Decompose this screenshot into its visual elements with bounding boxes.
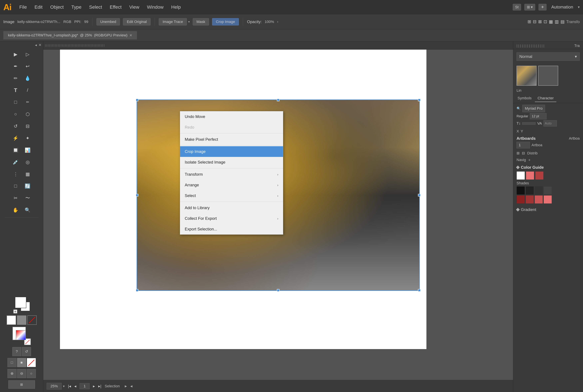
brush-tool[interactable]: ✏ [10, 72, 21, 84]
swatch-red[interactable] [526, 172, 534, 180]
ctx-isolate-selected[interactable]: Isolate Selected Image [180, 157, 283, 168]
rectangle-tool[interactable]: □ [10, 96, 21, 108]
artboard-number-input[interactable] [516, 142, 530, 148]
main-thumbnail[interactable] [516, 66, 536, 86]
automation-menu[interactable]: Automation [550, 4, 574, 10]
data-viz-tool[interactable]: ▦ [22, 168, 33, 180]
live-paint-tool[interactable]: ⋮ [10, 168, 21, 180]
ellipse-tool[interactable]: ○ [10, 108, 21, 120]
stroke-indicator[interactable] [17, 316, 26, 325]
menu-file[interactable]: File [18, 4, 28, 10]
fill-color-box[interactable] [15, 297, 26, 308]
artboard-tool[interactable]: 🔄 [22, 180, 33, 192]
add-icon[interactable]: ＋ [527, 158, 531, 162]
ctx-transform[interactable]: Transform › [180, 169, 283, 180]
secondary-thumbnail[interactable] [538, 66, 558, 86]
page-number-input[interactable] [80, 383, 90, 389]
rotate-tool[interactable]: ↺ [10, 120, 21, 132]
zoom-input[interactable] [47, 383, 62, 390]
browse-icon-btn[interactable]: St [513, 4, 521, 10]
crop-tool[interactable]: □ [10, 180, 21, 192]
shade-5[interactable] [516, 195, 525, 204]
align-icon2[interactable]: ⊟ [533, 19, 536, 24]
shade-1[interactable] [516, 186, 525, 195]
menu-edit[interactable]: Edit [33, 4, 44, 10]
edit-original-button[interactable]: Edit Original [123, 18, 151, 26]
pen-tool[interactable]: ✒ [10, 60, 21, 72]
reset-tool[interactable]: ○ [27, 369, 36, 378]
nav-next-btn[interactable]: ▸ [93, 384, 95, 388]
zoom-dropdown-arrow[interactable]: ▾ [63, 384, 65, 388]
align-icon7[interactable]: ▤ [560, 19, 565, 24]
status-expand-btn[interactable]: ◂ [130, 384, 132, 389]
handle-mid-right[interactable] [418, 194, 421, 196]
handle-top-left[interactable] [136, 99, 138, 101]
handle-bot-left[interactable] [136, 289, 138, 292]
menu-type[interactable]: Type [70, 4, 83, 10]
zoom-out-tool[interactable]: ⊖ [17, 369, 26, 378]
slash-box-tool[interactable] [27, 358, 36, 367]
slice-tool[interactable]: ✂ [10, 192, 21, 204]
menu-effect[interactable]: Effect [108, 4, 123, 10]
smooth-tool[interactable]: 〜 [22, 192, 33, 204]
fill-indicator[interactable] [7, 316, 16, 325]
none-indicator[interactable] [27, 316, 37, 325]
handle-top-mid[interactable] [277, 99, 279, 101]
status-next-btn[interactable]: ▸ [125, 384, 127, 389]
tab-character[interactable]: Character [535, 95, 556, 102]
tab-symbols[interactable]: Symbols [515, 95, 534, 102]
line-tool[interactable]: / [22, 84, 33, 96]
share-icon-btn[interactable]: ✈ [538, 4, 546, 10]
pencil-tool[interactable]: ✏ [22, 96, 33, 108]
align-icon1[interactable]: ⊞ [527, 19, 531, 24]
char-font-input[interactable]: Myriad Pro [522, 105, 545, 112]
large-color-swatch[interactable] [13, 327, 31, 345]
zoom-tool[interactable]: 🔍 [22, 204, 33, 216]
stroke-box-tool[interactable]: ■ [17, 358, 26, 367]
toolbar-float-btn[interactable]: ◂ [35, 43, 37, 47]
screen-mode-tool[interactable]: ⊞ [8, 380, 35, 389]
shade-3[interactable] [534, 186, 543, 195]
zoom-in-tool[interactable]: ⊕ [8, 369, 17, 378]
shade-2[interactable] [525, 186, 534, 195]
align-icon6[interactable]: ▥ [555, 19, 559, 24]
curvature-tool[interactable]: ↩ [22, 60, 33, 72]
shade-7[interactable] [534, 195, 543, 204]
nav-prev-btn[interactable]: ◂ [74, 384, 76, 388]
free-transform-tool[interactable]: ✦ [22, 132, 33, 144]
shade-8[interactable] [543, 195, 552, 204]
menu-select[interactable]: Select [88, 4, 103, 10]
tab-close-button[interactable]: ✕ [129, 33, 132, 37]
eyedropper-tool[interactable]: 💉 [10, 156, 21, 168]
menu-object[interactable]: Object [49, 4, 65, 10]
toolbar-close-btn[interactable]: ✕ [39, 43, 42, 47]
shade-4[interactable] [543, 186, 552, 195]
direct-selection-tool[interactable]: ▷ [22, 48, 33, 60]
undo-icon-tool[interactable]: ↺ [22, 347, 31, 356]
blend-tool[interactable]: ◎ [22, 156, 33, 168]
document-tab[interactable]: kelly-sikkema-o2TRWThve_I-unsplash.jpg* … [3, 31, 137, 40]
scale-tool[interactable]: ⊟ [22, 120, 33, 132]
swatch-dark-red[interactable] [535, 172, 543, 180]
ctx-arrange[interactable]: Arrange › [180, 180, 283, 190]
handle-mid-left[interactable] [136, 194, 138, 196]
help-tool[interactable]: ? [12, 347, 21, 356]
align-icon5[interactable]: ▦ [549, 19, 553, 24]
align-icon3[interactable]: ⊠ [538, 19, 542, 24]
crop-image-button[interactable]: Crop Image [212, 18, 239, 26]
chart-tool[interactable]: 🔲 [10, 144, 21, 156]
nav-last-btn[interactable]: ▸| [98, 384, 101, 388]
ctx-crop-image[interactable]: Crop Image [180, 146, 283, 157]
ctx-export-selection[interactable]: Export Selection... [180, 224, 283, 234]
handle-bot-mid[interactable] [277, 289, 279, 292]
align-icon4[interactable]: ⊡ [543, 19, 547, 24]
type-tool[interactable]: T [10, 84, 21, 96]
opacity-arrow[interactable]: › [277, 20, 278, 24]
navig-icon[interactable]: ⊟ [522, 151, 525, 156]
default-colors-icon[interactable]: ⊠ [13, 310, 17, 314]
fill-box-tool[interactable]: □ [8, 358, 17, 367]
char-style-input[interactable]: Regular [516, 114, 528, 118]
handle-bot-right[interactable] [418, 289, 421, 292]
char-pt-up-input[interactable] [522, 122, 535, 124]
ctx-redo[interactable]: Redo [180, 122, 283, 132]
